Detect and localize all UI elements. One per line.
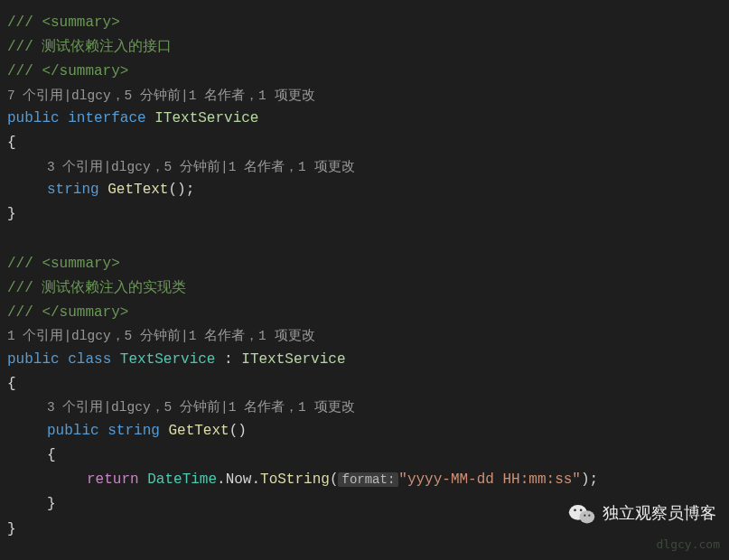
xml-doc-summary-close: /// </summary> — [7, 60, 722, 84]
footer-url: dlgcy.com — [657, 535, 720, 555]
codelens-interface[interactable]: 7 个引用|dlgcy，5 分钟前|1 名作者，1 项更改 — [7, 85, 722, 107]
class-declaration: public class TextService : ITextService — [7, 348, 722, 372]
code-editor[interactable]: /// <summary> /// 测试依赖注入的接口 /// </summar… — [7, 11, 722, 542]
watermark: 独立观察员博客 — [568, 499, 716, 527]
wechat-icon — [568, 502, 595, 526]
watermark-text: 独立观察员博客 — [603, 499, 716, 527]
close-brace: } — [7, 202, 722, 227]
blank-line — [7, 228, 722, 252]
return-statement: return DateTime.Now.ToString(format:"yyy… — [7, 468, 722, 492]
codelens-class-method[interactable]: 3 个引用|dlgcy，5 分钟前|1 名作者，1 项更改 — [7, 397, 722, 419]
svg-point-2 — [574, 509, 576, 511]
codelens-interface-method[interactable]: 3 个引用|dlgcy，5 分钟前|1 名作者，1 项更改 — [7, 156, 722, 179]
xml-doc-summary-close: /// </summary> — [7, 301, 722, 325]
parameter-hint: format: — [338, 472, 398, 487]
xml-doc-summary-open: /// <summary> — [7, 252, 722, 276]
codelens-class[interactable]: 1 个引用|dlgcy，5 分钟前|1 名作者，1 项更改 — [7, 325, 722, 348]
open-brace: { — [7, 131, 722, 155]
interface-method: string GetText(); — [7, 178, 722, 202]
svg-point-1 — [580, 510, 595, 523]
class-method-signature: public string GetText() — [7, 419, 722, 443]
open-brace: { — [7, 443, 722, 468]
xml-doc-summary-open: /// <summary> — [7, 11, 722, 35]
open-brace: { — [7, 372, 722, 397]
svg-point-3 — [580, 509, 583, 511]
xml-doc-comment: /// 测试依赖注入的接口 — [7, 35, 722, 60]
xml-doc-comment: /// 测试依赖注入的实现类 — [7, 276, 722, 301]
svg-point-5 — [588, 514, 590, 516]
svg-point-4 — [584, 514, 585, 516]
interface-declaration: public interface ITextService — [7, 107, 722, 131]
